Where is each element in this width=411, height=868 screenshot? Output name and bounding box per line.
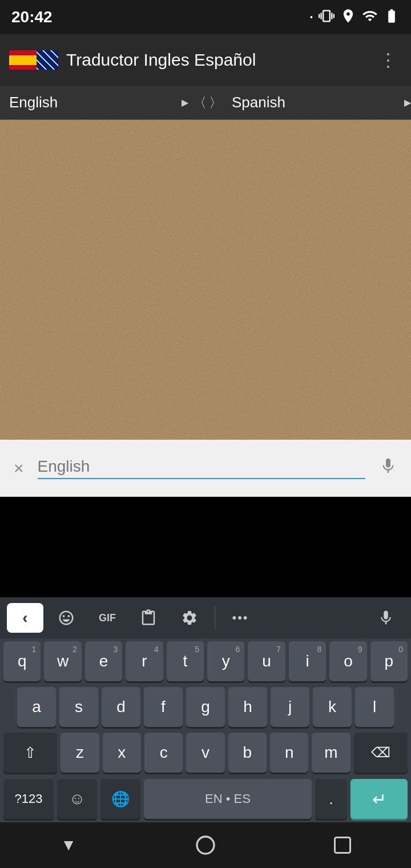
app-title: Traductor Ingles Español xyxy=(66,50,366,70)
key-z[interactable]: z xyxy=(61,733,99,773)
key-g[interactable]: g xyxy=(186,687,225,727)
nav-home-button[interactable] xyxy=(183,828,228,862)
key-shift[interactable]: ⇧ xyxy=(3,733,57,773)
enter-icon: ↵ xyxy=(372,789,386,809)
arrow-left-icon: 〈 xyxy=(193,94,207,112)
keyboard-row-3: ⇧ z x c v b n m ⌫ xyxy=(0,730,411,775)
gif-label: GIF xyxy=(99,612,116,624)
key-globe[interactable]: 🌐 xyxy=(100,779,140,819)
keyboard-voice-button[interactable] xyxy=(368,603,404,633)
microphone-button[interactable] xyxy=(374,452,402,484)
source-language-button[interactable]: English xyxy=(0,86,188,120)
key-j[interactable]: j xyxy=(271,687,309,727)
language-swap-arrows[interactable]: 〈 〉 xyxy=(188,94,227,112)
key-b[interactable]: b xyxy=(228,733,267,773)
nav-home-icon xyxy=(194,834,217,857)
keyboard-toolbar: ‹ GIF ••• xyxy=(0,597,411,638)
key-f[interactable]: f xyxy=(144,687,183,727)
key-r[interactable]: 4 r xyxy=(126,641,163,681)
keyboard-row-2: a s d f g h j k l xyxy=(0,684,411,730)
key-y[interactable]: 6 y xyxy=(207,641,244,681)
key-p[interactable]: 0 p xyxy=(370,641,408,681)
translation-input[interactable] xyxy=(38,457,365,479)
key-s[interactable]: s xyxy=(59,687,98,727)
target-language-button[interactable]: Spanish xyxy=(227,86,411,120)
clear-button[interactable]: × xyxy=(9,454,29,483)
keyboard-row-1: 1 q 2 w 3 e 4 r 5 t 6 y 7 u 8 i xyxy=(0,638,411,684)
more-dots-icon: ••• xyxy=(232,610,248,625)
navigation-bar: ▼ xyxy=(0,822,411,868)
key-t[interactable]: 5 t xyxy=(167,641,204,681)
key-k[interactable]: k xyxy=(313,687,352,727)
svg-rect-4 xyxy=(335,838,350,853)
key-q[interactable]: 1 q xyxy=(3,641,41,681)
keyboard-gif-button[interactable]: GIF xyxy=(89,603,126,633)
key-h[interactable]: h xyxy=(228,687,267,727)
key-e[interactable]: 3 e xyxy=(85,641,122,681)
flag-container xyxy=(9,50,58,70)
status-bar: 20:42 • xyxy=(0,0,411,34)
keyboard-more-button[interactable]: ••• xyxy=(222,603,259,633)
keyboard-clipboard-button[interactable] xyxy=(130,603,167,633)
key-l[interactable]: l xyxy=(355,687,394,727)
vibrate-icon xyxy=(319,8,335,27)
key-m[interactable]: m xyxy=(312,733,350,773)
status-icons: • xyxy=(310,8,400,27)
status-time: 20:42 xyxy=(11,8,53,26)
key-o[interactable]: 9 o xyxy=(329,641,366,681)
key-123[interactable]: ?123 xyxy=(3,779,54,819)
nav-recent-icon xyxy=(332,835,353,855)
target-language-label: Spanish xyxy=(232,94,285,111)
key-d[interactable]: d xyxy=(102,687,140,727)
key-i[interactable]: 8 i xyxy=(289,641,326,681)
source-language-label: English xyxy=(9,94,58,111)
key-emoji[interactable]: ☺ xyxy=(57,779,97,819)
translation-background xyxy=(0,120,411,440)
keyboard-settings-button[interactable] xyxy=(171,603,208,633)
keyboard: ‹ GIF ••• xyxy=(0,597,411,822)
period-label: . xyxy=(329,790,333,808)
text-input-area: × xyxy=(0,440,411,497)
keyboard-emoji-sticker-button[interactable] xyxy=(48,603,84,633)
key-c[interactable]: c xyxy=(144,733,183,773)
key-w[interactable]: 2 w xyxy=(44,641,81,681)
menu-button[interactable]: ⋮ xyxy=(374,45,402,75)
key-x[interactable]: x xyxy=(103,733,141,773)
keyboard-back-button[interactable]: ‹ xyxy=(7,603,43,633)
battery-icon xyxy=(384,8,400,27)
num-label: ?123 xyxy=(15,791,43,806)
key-enter[interactable]: ↵ xyxy=(350,779,408,819)
key-n[interactable]: n xyxy=(270,733,308,773)
globe-icon: 🌐 xyxy=(111,790,130,808)
svg-point-3 xyxy=(197,837,214,854)
key-v[interactable]: v xyxy=(186,733,224,773)
nav-back-button[interactable]: ▼ xyxy=(46,828,91,862)
emoji-icon: ☺ xyxy=(69,790,86,808)
key-period[interactable]: . xyxy=(315,779,347,819)
arrow-right-icon: 〉 xyxy=(209,94,223,112)
nav-recent-button[interactable] xyxy=(320,828,365,862)
key-space[interactable]: EN • ES xyxy=(144,779,312,819)
key-backspace[interactable]: ⌫ xyxy=(354,733,408,773)
flag-spain xyxy=(9,50,37,70)
back-chevron-icon: ‹ xyxy=(22,609,27,627)
keyboard-row-4: ?123 ☺ 🌐 EN • ES . ↵ xyxy=(0,775,411,822)
key-a[interactable]: a xyxy=(17,687,56,727)
wifi-icon xyxy=(362,8,378,27)
language-selector-bar: English 〈 〉 Spanish xyxy=(0,86,411,120)
space-label: EN • ES xyxy=(205,791,251,806)
key-u[interactable]: 7 u xyxy=(248,641,285,681)
toolbar-divider xyxy=(215,606,215,629)
location-icon xyxy=(340,8,356,27)
app-bar: Traductor Ingles Español ⋮ xyxy=(0,34,411,86)
nav-back-icon: ▼ xyxy=(61,836,76,854)
svg-rect-1 xyxy=(0,120,411,440)
translation-display-area xyxy=(0,120,411,440)
dot-icon: • xyxy=(310,13,313,22)
